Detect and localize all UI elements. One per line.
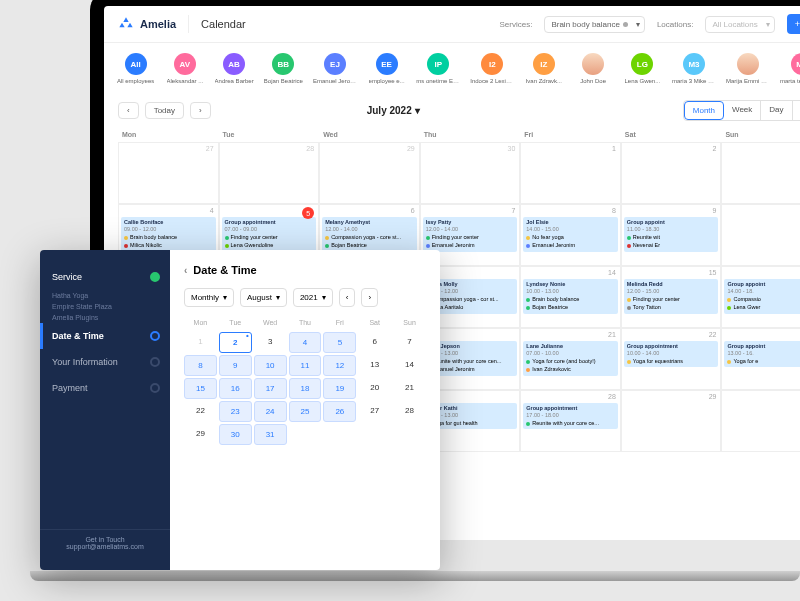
calendar-event[interactable]: Group appointment07.00 - 09.00Finding yo… [222, 217, 317, 252]
mini-day-cell[interactable]: 16 [219, 378, 252, 399]
employee-avatar[interactable]: John Doe [574, 53, 613, 84]
calendar-cell[interactable]: 29 [319, 142, 420, 204]
mini-day-cell[interactable]: 11 [289, 355, 322, 376]
services-select[interactable]: Brain body balance [544, 16, 645, 33]
step-date-&-time[interactable]: Date & Time [40, 323, 170, 349]
employee-avatar[interactable]: M3maria 3 Mike Sober [672, 53, 716, 84]
mini-day-cell[interactable]: 3 [254, 332, 287, 353]
calendar-event[interactable]: Issy Patty12.00 - 14.00Finding your cent… [423, 217, 518, 252]
employee-avatar[interactable]: IPms onetime Emily Erne [416, 53, 460, 84]
employee-avatar[interactable]: AVAleksandar ... [165, 53, 204, 84]
mini-day-cell[interactable]: 31 [254, 424, 287, 445]
mini-day-cell[interactable]: 7 [393, 332, 426, 353]
calendar-event[interactable]: Lane Julianne07.00 - 10.00Yoga for core … [523, 341, 618, 376]
employee-avatar[interactable]: I2Indoce 2 Lexie Erme [470, 53, 514, 84]
mini-day-cell[interactable]: 1 [184, 332, 217, 353]
month-select[interactable]: August▾ [240, 288, 287, 307]
calendar-cell[interactable]: 30 [420, 142, 521, 204]
calendar-event[interactable]: Group appoint11.00 - 18.30Reunite witNev… [624, 217, 719, 252]
calendar-cell[interactable]: 15Melinda Redd12.00 - 15.00Finding your … [621, 266, 722, 328]
year-select[interactable]: 2021▾ [293, 288, 333, 307]
step-your-information[interactable]: Your Information [40, 349, 170, 375]
recurrence-select[interactable]: Monthly▾ [184, 288, 234, 307]
today-button[interactable]: Today [145, 102, 184, 119]
month-label[interactable]: July 2022 ▾ [367, 105, 420, 116]
employee-avatar[interactable]: Marija Emmi Marija Tess [726, 53, 770, 84]
mini-day-cell[interactable]: 5 [323, 332, 356, 353]
mini-day-cell[interactable]: 23 [219, 401, 252, 422]
calendar-cell[interactable]: 1 [520, 142, 621, 204]
employee-avatar[interactable]: LGLena Gwen... [623, 53, 662, 84]
mini-day-cell[interactable]: 14 [393, 355, 426, 376]
mini-day-cell[interactable]: 28 [393, 401, 426, 422]
back-icon[interactable]: ‹ [184, 265, 187, 276]
calendar-event[interactable]: Group appointment17.00 - 18.00Reunite wi… [523, 403, 618, 429]
calendar-cell[interactable]: 29 [621, 390, 722, 452]
step-payment[interactable]: Payment [40, 375, 170, 401]
new-button[interactable]: + Ne [787, 14, 800, 34]
mini-day-cell[interactable]: 15 [184, 378, 217, 399]
contact-email[interactable]: support@ameliatms.com [46, 543, 164, 550]
calendar-cell[interactable]: 28 [219, 142, 320, 204]
employee-avatar[interactable]: MTmarta test Moys Tebroy [780, 53, 800, 84]
mini-day-cell[interactable]: 19 [323, 378, 356, 399]
mini-day-cell[interactable]: 27 [358, 401, 391, 422]
next-button[interactable]: › [190, 102, 211, 119]
day-header: Tue [219, 127, 320, 142]
calendar-cell[interactable]: 30 [721, 390, 800, 452]
mini-day-cell[interactable]: 22 [184, 401, 217, 422]
calendar-cell[interactable]: 9Group appoint11.00 - 18.30Reunite witNe… [621, 204, 722, 266]
mini-prev[interactable]: ‹ [339, 288, 356, 307]
divider [188, 15, 189, 33]
calendar-cell[interactable] [721, 204, 800, 266]
mini-day-cell[interactable]: 6 [358, 332, 391, 353]
view-tab-list[interactable]: List [793, 101, 800, 120]
mini-day-cell[interactable]: 17 [254, 378, 287, 399]
calendar-cell[interactable]: 22Group appointment10.00 - 14.00Yoga for… [621, 328, 722, 390]
calendar-event[interactable]: Melinda Redd12.00 - 15.00Finding your ce… [624, 279, 719, 314]
employee-avatar[interactable]: EEemployee e... [367, 53, 406, 84]
mini-day-cell[interactable]: 10 [254, 355, 287, 376]
view-tab-day[interactable]: Day [761, 101, 792, 120]
employee-avatar[interactable]: AllAll employees [116, 53, 155, 84]
mini-day-cell[interactable]: 21 [393, 378, 426, 399]
calendar-cell[interactable]: 21Lane Julianne07.00 - 10.00Yoga for cor… [520, 328, 621, 390]
mini-day-cell[interactable]: 9 [219, 355, 252, 376]
mini-day-cell[interactable]: 29 [184, 424, 217, 445]
calendar-cell[interactable]: 16Group appoint14.00 - 18.CompassioLena … [721, 266, 800, 328]
calendar-cell[interactable]: 28Group appointment17.00 - 18.00Reunite … [520, 390, 621, 452]
calendar-cell[interactable]: 8Jol Elsie14.00 - 15.00No fear yogaEmanu… [520, 204, 621, 266]
locations-select[interactable]: All Locations [705, 16, 774, 33]
calendar-cell[interactable]: 23Group appoint13.00 - 16.Yoga for e [721, 328, 800, 390]
calendar-event[interactable]: Callie Boniface09.00 - 12.00Brain body b… [121, 217, 216, 252]
mini-day-cell[interactable]: 20 [358, 378, 391, 399]
mini-day-cell[interactable]: 13 [358, 355, 391, 376]
mini-day-cell[interactable]: 24 [254, 401, 287, 422]
calendar-event[interactable]: Jol Elsie14.00 - 15.00No fear yogaEmanue… [523, 217, 618, 252]
calendar-cell[interactable]: 14Lyndsey Nonie10.00 - 13.00Brain body b… [520, 266, 621, 328]
employee-avatar[interactable]: ABAndrea Barber [215, 53, 254, 84]
calendar-cell[interactable]: 27 [118, 142, 219, 204]
calendar-event[interactable]: Lyndsey Nonie10.00 - 13.00Brain body bal… [523, 279, 618, 314]
mini-day-cell[interactable]: 8 [184, 355, 217, 376]
mini-day-cell[interactable]: 30 [219, 424, 252, 445]
prev-button[interactable]: ‹ [118, 102, 139, 119]
calendar-event[interactable]: Group appointment10.00 - 14.00Yoga for e… [624, 341, 719, 367]
mini-day-cell[interactable]: 4 [289, 332, 322, 353]
calendar-cell[interactable]: 2 [621, 142, 722, 204]
view-tab-month[interactable]: Month [684, 101, 724, 120]
calendar-event[interactable]: Group appoint13.00 - 16.Yoga for e [724, 341, 800, 367]
mini-day-cell[interactable]: 2 [219, 332, 252, 353]
calendar-cell[interactable]: 3 [721, 142, 800, 204]
employee-avatar[interactable]: BBBojan Beatrice [264, 53, 303, 84]
mini-day-cell[interactable]: 26 [323, 401, 356, 422]
employee-avatar[interactable]: EJEmanuel Jeronim [313, 53, 357, 84]
mini-next[interactable]: › [361, 288, 378, 307]
view-tab-week[interactable]: Week [724, 101, 761, 120]
step-service[interactable]: Service [40, 264, 170, 290]
mini-day-cell[interactable]: 12 [323, 355, 356, 376]
mini-day-cell[interactable]: 18 [289, 378, 322, 399]
mini-day-cell[interactable]: 25 [289, 401, 322, 422]
employee-avatar[interactable]: IZIvan Zdravk... [524, 53, 563, 84]
calendar-event[interactable]: Group appoint14.00 - 18.CompassioLena Gw… [724, 279, 800, 314]
